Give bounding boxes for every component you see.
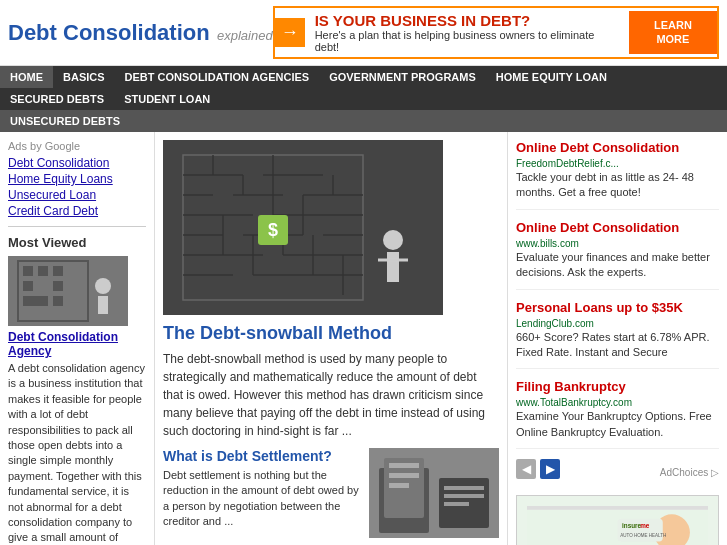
article-text-debt-settlement: What is Debt Settlement? Debt settlement…	[163, 448, 363, 538]
sidebar-item-debt-agency-image	[8, 256, 128, 326]
most-viewed-heading: Most Viewed	[8, 235, 146, 250]
header-ad-title: IS YOUR BUSINESS IN DEBT?	[315, 12, 615, 29]
sub-nav: UNSECURED DEBTS	[0, 110, 727, 132]
ad-nav-buttons: ◀ ▶	[516, 459, 560, 479]
right-ad-3-title[interactable]: Personal Loans up to $35K LendingClub.co…	[516, 300, 719, 330]
ad-next-button[interactable]: ▶	[540, 459, 560, 479]
svg-rect-6	[53, 281, 63, 291]
svg-rect-7	[23, 296, 48, 306]
sidebar-item-debt-agency: Debt Consolidation Agency A debt consoli…	[8, 256, 146, 545]
sidebar-link-unsecured-loan[interactable]: Unsecured Loan	[8, 188, 146, 202]
ads-by-google-label: Ads by Google	[8, 140, 146, 152]
svg-rect-53	[389, 483, 409, 488]
article-body-debt-settlement: Debt settlement is nothing but the reduc…	[163, 468, 363, 530]
svg-point-45	[383, 230, 403, 250]
nav-item-debt-agencies[interactable]: DEBT CONSOLIDATION AGENCIES	[115, 66, 320, 88]
header-ad-banner[interactable]: → IS YOUR BUSINESS IN DEBT? Here's a pla…	[273, 6, 719, 59]
featured-article-text: The debt-snowball method is used by many…	[163, 350, 499, 440]
right-column: Online Debt Consolidation FreedomDebtRel…	[507, 132, 727, 545]
header-ad-arrow-icon: →	[275, 18, 305, 47]
svg-rect-55	[444, 486, 484, 490]
svg-rect-10	[98, 296, 108, 314]
svg-rect-8	[53, 296, 63, 306]
article-thumb-debt-settlement	[369, 448, 499, 538]
right-ad-2-title[interactable]: Online Debt Consolidation www.bills.com	[516, 220, 719, 250]
logo-area: Debt Consolidation explained	[8, 20, 273, 46]
right-ad-2: Online Debt Consolidation www.bills.com …	[516, 220, 719, 290]
ad-prev-button[interactable]: ◀	[516, 459, 536, 479]
svg-rect-52	[389, 473, 419, 478]
right-ad-1-title[interactable]: Online Debt Consolidation FreedomDebtRel…	[516, 140, 719, 170]
nav-item-secured-debts[interactable]: SECURED DEBTS	[0, 88, 114, 110]
svg-rect-2	[23, 266, 33, 276]
nav-item-gov-programs[interactable]: GOVERNMENT PROGRAMS	[319, 66, 486, 88]
sidebar-link-debt-consolidation[interactable]: Debt Consolidation	[8, 156, 146, 170]
svg-rect-3	[38, 266, 48, 276]
article-title-debt-settlement[interactable]: What is Debt Settlement?	[163, 448, 363, 464]
featured-article-title[interactable]: The Debt-snowball Method	[163, 323, 499, 344]
svg-rect-46	[387, 252, 399, 282]
svg-rect-4	[53, 266, 63, 276]
featured-image: $	[163, 140, 443, 315]
right-ad-1-url: FreedomDebtRelief.c...	[516, 158, 619, 169]
svg-rect-57	[444, 502, 469, 506]
right-ad-2-text: Evaluate your finances and make better d…	[516, 250, 719, 281]
main-nav: HOME BASICS DEBT CONSOLIDATION AGENCIES …	[0, 66, 727, 110]
nav-item-home-equity[interactable]: HOME EQUITY LOAN	[486, 66, 617, 88]
right-ad-3: Personal Loans up to $35K LendingClub.co…	[516, 300, 719, 370]
svg-rect-5	[23, 281, 33, 291]
nav-item-unsecured-debts[interactable]: UNSECURED DEBTS	[0, 110, 130, 132]
ad-nav-row: ◀ ▶ AdChoices ▷	[516, 459, 719, 485]
header-ad-learn-button[interactable]: LEARN MORE	[629, 11, 717, 53]
sidebar-item-debt-agency-text: A debt consolidation agency is a busines…	[8, 361, 146, 545]
svg-rect-51	[389, 463, 419, 468]
right-ad-4: Filing Bankruptcy www.TotalBankruptcy.co…	[516, 379, 719, 449]
header-ad-subtitle: Here's a plan that is helping business o…	[315, 29, 615, 53]
main-content: $ The Debt-snowball Method The debt-snow…	[155, 132, 507, 545]
svg-text:$: $	[268, 220, 278, 240]
header: Debt Consolidation explained → IS YOUR B…	[0, 0, 727, 66]
article-item-debt-settlement: What is Debt Settlement? Debt settlement…	[163, 448, 499, 538]
right-ad-4-title[interactable]: Filing Bankruptcy www.TotalBankruptcy.co…	[516, 379, 719, 409]
insurance-banner: insure me AUTO HOME HEALTH Free Insuranc…	[516, 495, 719, 545]
sidebar-link-home-equity[interactable]: Home Equity Loans	[8, 172, 146, 186]
right-ad-4-text: Examine Your Bankruptcy Options. Free On…	[516, 409, 719, 440]
svg-text:me: me	[640, 522, 650, 529]
right-ad-4-url: www.TotalBankruptcy.com	[516, 397, 632, 408]
svg-point-9	[95, 278, 111, 294]
right-ad-2-url: www.bills.com	[516, 238, 579, 249]
nav-item-basics[interactable]: BASICS	[53, 66, 115, 88]
sidebar-divider	[8, 226, 146, 227]
nav-item-home[interactable]: HOME	[0, 66, 53, 88]
insurance-woman-image: insure me AUTO HOME HEALTH	[527, 506, 708, 545]
right-ad-1: Online Debt Consolidation FreedomDebtRel…	[516, 140, 719, 210]
adchoices-label[interactable]: AdChoices ▷	[660, 467, 719, 478]
sidebar-link-credit-card[interactable]: Credit Card Debt	[8, 204, 146, 218]
right-ad-3-text: 660+ Score? Rates start at 6.78% APR. Fi…	[516, 330, 719, 361]
logo-text[interactable]: Debt Consolidation	[8, 20, 210, 45]
svg-rect-56	[444, 494, 484, 498]
sidebar-item-debt-agency-title[interactable]: Debt Consolidation Agency	[8, 330, 146, 358]
svg-text:insure: insure	[622, 522, 641, 529]
logo-explained: explained	[217, 28, 273, 43]
nav-item-student-loan[interactable]: STUDENT LOAN	[114, 88, 220, 110]
right-ad-1-text: Tackle your debt in as little as 24- 48 …	[516, 170, 719, 201]
header-ad-text: IS YOUR BUSINESS IN DEBT? Here's a plan …	[305, 8, 625, 57]
right-ad-3-url: LendingClub.com	[516, 318, 594, 329]
svg-text:AUTO HOME HEALTH: AUTO HOME HEALTH	[620, 533, 666, 538]
sidebar: Ads by Google Debt Consolidation Home Eq…	[0, 132, 155, 545]
content-area: Ads by Google Debt Consolidation Home Eq…	[0, 132, 727, 545]
